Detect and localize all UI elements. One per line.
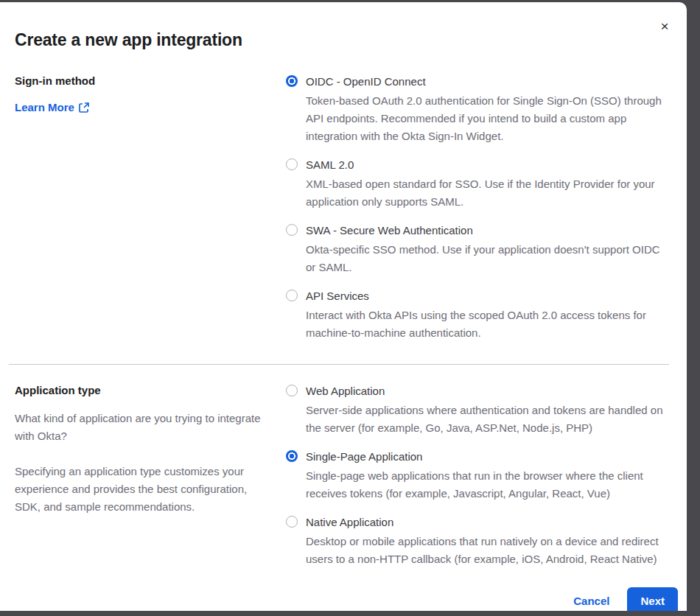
learn-more-label: Learn More <box>15 101 74 113</box>
radio-texts: OIDC - OpenID Connect Token-based OAuth … <box>306 74 671 145</box>
radio-option-single-page-application[interactable]: Single-Page Application Single-page web … <box>286 449 671 503</box>
radio-unselected-icon[interactable] <box>286 158 298 170</box>
radio-unselected-icon[interactable] <box>286 290 298 301</box>
cancel-button[interactable]: Cancel <box>573 595 609 607</box>
radio-description-single-page-application: Single-page web applications that run in… <box>306 467 671 503</box>
application-type-left-column: Application type What kind of applicatio… <box>15 384 286 516</box>
radio-description-swa: Okta-specific SSO method. Use if your ap… <box>306 241 671 276</box>
radio-label-oidc: OIDC - OpenID Connect <box>306 74 671 89</box>
application-type-label: Application type <box>15 384 276 396</box>
radio-unselected-icon[interactable] <box>286 224 298 236</box>
application-type-section: Application type What kind of applicatio… <box>15 384 678 568</box>
radio-description-saml: XML-based open standard for SSO. Use if … <box>306 175 671 211</box>
radio-texts: Native Application Desktop or mobile app… <box>306 515 671 568</box>
next-button[interactable]: Next <box>627 587 678 611</box>
modal-backdrop: × Create a new app integration Sign-in m… <box>0 0 700 616</box>
radio-description-web-application: Server-side applications where authentic… <box>306 402 671 437</box>
radio-unselected-icon[interactable] <box>286 516 298 528</box>
radio-label-saml: SAML 2.0 <box>306 158 671 172</box>
radio-label-api-services: API Services <box>306 289 671 304</box>
application-type-options: Web Application Server-side applications… <box>286 384 678 568</box>
application-type-help-text-2: Specifying an application type customize… <box>15 463 276 516</box>
radio-description-native-application: Desktop or mobile applications that run … <box>306 533 671 568</box>
radio-texts: SWA - Secure Web Authentication Okta-spe… <box>306 223 671 276</box>
application-type-help-text-1: What kind of application are you trying … <box>15 410 276 445</box>
radio-selected-icon[interactable] <box>286 75 298 87</box>
radio-option-saml[interactable]: SAML 2.0 XML-based open standard for SSO… <box>286 158 671 211</box>
radio-texts: SAML 2.0 XML-based open standard for SSO… <box>306 158 671 211</box>
dialog-footer: Cancel Next <box>15 587 678 611</box>
radio-option-native-application[interactable]: Native Application Desktop or mobile app… <box>286 515 671 568</box>
learn-more-link[interactable]: Learn More <box>15 101 89 113</box>
radio-texts: Web Application Server-side applications… <box>306 384 671 437</box>
radio-description-oidc: Token-based OAuth 2.0 authentication for… <box>306 92 671 145</box>
external-link-icon <box>79 102 89 113</box>
signin-method-section: Sign-in method Learn More <box>15 74 678 342</box>
radio-unselected-icon[interactable] <box>286 385 298 396</box>
dialog-content: × Create a new app integration Sign-in m… <box>0 2 687 611</box>
radio-label-swa: SWA - Secure Web Authentication <box>306 223 671 238</box>
signin-method-options: OIDC - OpenID Connect Token-based OAuth … <box>286 74 678 342</box>
create-app-integration-dialog: × Create a new app integration Sign-in m… <box>0 2 687 611</box>
radio-texts: API Services Interact with Okta APIs usi… <box>306 289 671 342</box>
signin-method-label: Sign-in method <box>15 74 276 87</box>
radio-description-api-services: Interact with Okta APIs using the scoped… <box>306 307 671 342</box>
radio-option-swa[interactable]: SWA - Secure Web Authentication Okta-spe… <box>286 223 671 276</box>
radio-texts: Single-Page Application Single-page web … <box>306 449 671 503</box>
radio-label-single-page-application: Single-Page Application <box>306 449 671 464</box>
signin-method-left-column: Sign-in method Learn More <box>15 74 286 114</box>
radio-option-oidc[interactable]: OIDC - OpenID Connect Token-based OAuth … <box>286 74 671 145</box>
radio-option-web-application[interactable]: Web Application Server-side applications… <box>286 384 671 437</box>
close-icon[interactable]: × <box>656 17 673 35</box>
section-divider <box>9 364 669 365</box>
radio-label-native-application: Native Application <box>306 515 671 530</box>
radio-option-api-services[interactable]: API Services Interact with Okta APIs usi… <box>286 289 671 342</box>
dialog-title: Create a new app integration <box>15 30 678 50</box>
radio-label-web-application: Web Application <box>306 384 671 399</box>
radio-selected-icon[interactable] <box>286 450 298 462</box>
